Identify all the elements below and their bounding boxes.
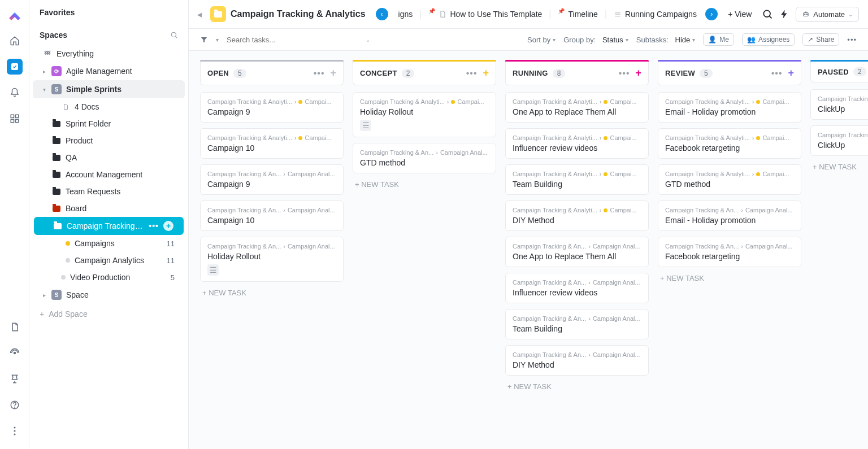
new-task-button[interactable]: + NEW TASK — [658, 267, 801, 289]
docs-icon[interactable] — [7, 319, 23, 335]
apps-icon[interactable] — [7, 111, 23, 127]
sidebar-item-agile[interactable]: ▸ ⟳ Agile Management — [33, 62, 185, 80]
sidebar-item-space[interactable]: ▸ S Space — [33, 286, 185, 304]
scroll-right-icon[interactable]: › — [705, 8, 718, 20]
sidebar-item-board[interactable]: Board — [33, 200, 185, 217]
app-logo[interactable] — [7, 8, 22, 23]
column-header[interactable]: OPEN5•••+ — [200, 62, 344, 85]
task-card[interactable]: Campaign Tracking & An...›Campaign Anal.… — [505, 237, 649, 267]
automate-button[interactable]: Automate ⌄ — [796, 7, 859, 22]
folder-color-chip[interactable] — [210, 6, 226, 22]
notifications-icon[interactable] — [7, 85, 23, 101]
task-card[interactable]: Campaign Tracking & An...›Campaign Anal.… — [505, 273, 649, 303]
task-card[interactable]: Campaign Tracking & An...›Campaign Anal.… — [353, 143, 496, 173]
more-icon[interactable]: ••• — [619, 68, 630, 79]
add-card-icon[interactable]: + — [330, 67, 336, 79]
sidebar-item-simple-sprints[interactable]: ▾ S Simple Sprints — [33, 80, 185, 98]
task-card[interactable]: Campaign Tracking & Analyti...›Campai...… — [200, 128, 344, 159]
search-input[interactable] — [227, 36, 317, 44]
card-breadcrumb: Campaign Tracking & Analyti...›Campai... — [513, 98, 641, 105]
column-header[interactable]: PAUSED2 — [810, 62, 868, 82]
new-task-button[interactable]: + NEW TASK — [200, 282, 344, 304]
add-space-button[interactable]: + Add Space — [29, 304, 188, 324]
page-title[interactable]: Campaign Tracking & Analytics — [231, 9, 366, 19]
task-card[interactable]: Campaign Tracking & AnaClickUp — [810, 89, 868, 120]
goals-icon[interactable] — [7, 371, 23, 387]
tab-campaigns-cut[interactable]: igns — [393, 6, 419, 22]
more-icon[interactable]: ••• — [466, 68, 478, 79]
chevron-down-icon: ⌄ — [848, 11, 853, 18]
sidebar-item-team-requests[interactable]: Team Requests — [33, 183, 185, 200]
card-title: ClickUp — [818, 141, 868, 150]
sidebar-item-sprint-folder[interactable]: Sprint Folder — [33, 115, 185, 132]
add-icon[interactable]: + — [163, 221, 173, 231]
sidebar-item-account-management[interactable]: Account Management — [33, 166, 185, 183]
task-card[interactable]: Campaign Tracking & Analyti...›Campai...… — [658, 164, 801, 195]
sidebar-item-docs[interactable]: 4 Docs — [33, 98, 185, 115]
sidebar-item-campaign-analytics[interactable]: Campaign Analytics 11 — [33, 252, 185, 269]
space-badge: S — [51, 84, 62, 94]
sidebar-item-campaign-tracking[interactable]: Campaign Tracking & Analy... ••• + — [34, 217, 184, 235]
share-button[interactable]: ↗Share — [802, 33, 839, 46]
task-card[interactable]: Campaign Tracking & Analyti...›Campai...… — [200, 92, 344, 123]
tab-timeline[interactable]: 📌 Timeline — [552, 6, 603, 22]
new-task-button[interactable]: + NEW TASK — [353, 173, 496, 195]
more-icon[interactable]: ••• — [149, 221, 159, 230]
task-card[interactable]: Campaign Tracking & Analyti...›Campai...… — [505, 200, 649, 231]
subtasks-button[interactable]: Subtasks: Hide▾ — [636, 36, 695, 44]
add-view-button[interactable]: + View — [722, 6, 757, 22]
group-by-button[interactable]: Group by: Status▾ — [563, 36, 628, 44]
sidebar-item-product[interactable]: Product — [33, 132, 185, 149]
tasks-icon[interactable] — [7, 59, 23, 75]
task-card[interactable]: Campaign Tracking & Analyti...›Campai...… — [658, 128, 801, 159]
column-header[interactable]: CONCEPT2•••+ — [353, 62, 496, 85]
collapse-sidebar-icon[interactable]: ◂ — [193, 8, 206, 20]
task-card[interactable]: Campaign Tracking & An...›Campaign Anal.… — [200, 164, 344, 195]
broadcast-icon[interactable] — [7, 345, 23, 361]
help-icon[interactable] — [7, 397, 23, 413]
chevron-down-icon[interactable]: ▾ — [216, 37, 219, 43]
more-icon[interactable] — [7, 423, 23, 439]
sidebar-item-campaigns[interactable]: Campaigns 11 — [33, 235, 185, 252]
add-card-icon[interactable]: + — [788, 67, 794, 79]
add-card-icon[interactable]: + — [635, 67, 641, 79]
search-icon[interactable] — [762, 8, 773, 20]
task-card[interactable]: Campaign Tracking & An...›Campaign Anal.… — [200, 200, 344, 231]
filter-icon[interactable] — [200, 36, 208, 43]
tab-how-to-use[interactable]: 📌 How to Use This Template — [423, 6, 548, 22]
home-icon[interactable] — [7, 33, 23, 49]
task-card[interactable]: Campaign Tracking & An...›Campaign Anal.… — [505, 345, 649, 376]
more-icon[interactable]: ••• — [771, 68, 783, 79]
task-card[interactable]: Campaign Tracking & Analyti...›Campai...… — [353, 92, 496, 137]
search-icon[interactable] — [170, 31, 178, 39]
scroll-left-icon[interactable]: ‹ — [376, 8, 388, 20]
task-card[interactable]: Campaign Tracking & Analyti...›Campai...… — [505, 164, 649, 195]
bolt-icon[interactable] — [779, 8, 790, 20]
spaces-header[interactable]: Spaces — [29, 23, 188, 45]
sort-by-button[interactable]: Sort by▾ — [527, 36, 555, 44]
task-card[interactable]: Campaign Tracking & Analyti...›Campai...… — [505, 128, 649, 159]
task-card[interactable]: Campaign Tracking & Analyti...›Campai...… — [505, 92, 649, 123]
task-card[interactable]: Campaign Tracking & Analyti...›Campai...… — [658, 92, 801, 123]
assignees-filter-button[interactable]: 👥Assignees — [742, 33, 795, 46]
new-task-button[interactable]: + NEW TASK — [810, 156, 868, 178]
add-card-icon[interactable]: + — [483, 67, 489, 79]
task-card[interactable]: Campaign Tracking & An...›Campaign Anal.… — [658, 200, 801, 231]
column-header[interactable]: REVIEW5•••+ — [658, 62, 801, 85]
sidebar-item-everything[interactable]: Everything — [33, 45, 185, 62]
svg-point-15 — [45, 53, 46, 54]
task-card[interactable]: Campaign Tracking & An...›Campaign Anal.… — [658, 237, 801, 267]
tab-running-campaigns[interactable]: Running Campaigns — [608, 6, 701, 22]
me-filter-button[interactable]: 👤Me — [703, 33, 734, 46]
favorites-header[interactable]: Favorites — [29, 0, 188, 23]
chevron-down-icon[interactable]: ⌄ — [366, 37, 370, 43]
task-card[interactable]: Campaign Tracking & AnaClickUp — [810, 125, 868, 156]
task-card[interactable]: Campaign Tracking & An...›Campaign Anal.… — [505, 309, 649, 339]
more-icon[interactable]: ••• — [314, 68, 325, 79]
more-icon[interactable]: ••• — [847, 36, 857, 44]
new-task-button[interactable]: + NEW TASK — [505, 376, 649, 398]
task-card[interactable]: Campaign Tracking & An...›Campaign Anal.… — [200, 237, 344, 282]
sidebar-item-video-production[interactable]: Video Production 5 — [33, 269, 185, 286]
sidebar-item-qa[interactable]: QA — [33, 149, 185, 166]
column-header[interactable]: RUNNING8•••+ — [505, 62, 649, 85]
